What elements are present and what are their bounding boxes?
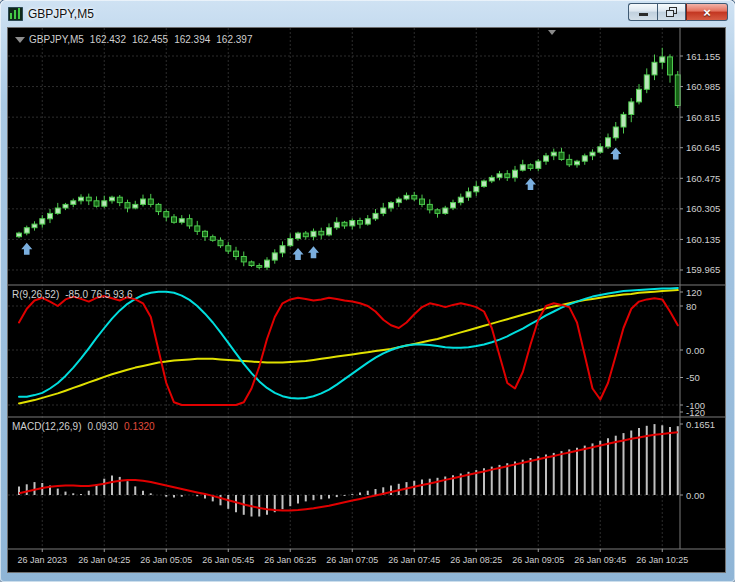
candle-body <box>141 199 146 204</box>
wpr-indicator-label: R(9,26,52) <box>12 289 59 300</box>
candle-body <box>156 204 161 211</box>
candle-body <box>412 195 417 199</box>
wpr-indicator-values: -85.0 76.5 93.6 <box>65 289 132 300</box>
candle-body <box>319 231 324 235</box>
candle-body <box>544 156 549 161</box>
candle-body <box>582 156 587 161</box>
candle-body <box>102 201 107 206</box>
price-axis-label: 160.135 <box>686 234 720 245</box>
chart-area[interactable]: 161.155160.985160.815160.645160.475160.3… <box>7 27 726 573</box>
window-title: GBPJPY,M5 <box>28 7 94 21</box>
candle-body <box>257 266 262 268</box>
candle-body <box>660 57 665 62</box>
wpr-axis-label: -120 <box>686 407 705 418</box>
candle-body <box>203 231 208 236</box>
price-axis-label: 160.985 <box>686 81 720 92</box>
macd-axis-label: 0.1651 <box>686 419 715 430</box>
minimize-icon <box>639 13 648 16</box>
candle-body <box>40 219 45 224</box>
price-axis-label: 160.815 <box>686 112 720 123</box>
candle-body <box>365 219 370 224</box>
candle-body <box>629 102 634 115</box>
candle-body <box>420 199 425 204</box>
candle-body <box>482 181 487 186</box>
ohlc-close: 162.397 <box>216 34 252 45</box>
chart-dropdown-icon[interactable] <box>15 37 25 43</box>
candle-body <box>265 260 270 267</box>
candle-body <box>179 219 184 223</box>
candle-body <box>117 197 122 202</box>
candle-body <box>94 201 99 206</box>
price-axis-label: 160.645 <box>686 142 720 153</box>
time-axis-label: 26 Jan 08:25 <box>450 555 502 565</box>
candle-body <box>520 165 525 170</box>
candle-body <box>226 246 231 251</box>
macd-value-main: 0.0930 <box>87 421 118 432</box>
candle-body <box>575 161 580 165</box>
close-icon: × <box>703 6 711 19</box>
candle-body <box>373 213 378 218</box>
chart-canvas: 161.155160.985160.815160.645160.475160.3… <box>8 28 725 572</box>
candle-body <box>381 208 386 213</box>
candle-body <box>24 228 29 233</box>
restore-button[interactable] <box>657 3 686 21</box>
ohlc-high: 162.455 <box>132 34 168 45</box>
candle-body <box>443 208 448 213</box>
candle-body <box>505 174 510 178</box>
window-controls: × <box>628 3 728 21</box>
candle-body <box>48 213 53 218</box>
candle-body <box>195 226 200 231</box>
titlebar[interactable]: GBPJPY,M5 × <box>0 0 735 27</box>
candle-body <box>272 253 277 260</box>
time-axis-label: 26 Jan 05:05 <box>140 555 192 565</box>
wpr-axis-label: -50 <box>686 372 700 383</box>
candle-body <box>644 75 649 89</box>
price-pane-header: GBPJPY,M5 162.432 162.455 162.394 162.39… <box>29 34 252 45</box>
candle-body <box>652 62 657 75</box>
time-axis-label: 26 Jan 04:25 <box>78 555 130 565</box>
terminal-window: GBPJPY,M5 × 161.155160.985160.815160.645… <box>0 0 735 582</box>
candle-body <box>606 138 611 147</box>
time-axis-label: 26 Jan 07:05 <box>326 555 378 565</box>
candle-body <box>327 228 332 235</box>
candle-body <box>218 240 223 245</box>
candle-body <box>79 197 84 201</box>
macd-pane-header: MACD(12,26,9) 0.0930 0.1320 <box>12 421 155 432</box>
price-axis-label: 160.305 <box>686 203 720 214</box>
candle-body <box>32 224 37 228</box>
candle-body <box>396 199 401 203</box>
time-axis-label: 26 Jan 07:45 <box>388 555 440 565</box>
time-axis-label: 26 Jan 05:45 <box>202 555 254 565</box>
wpr-axis-label: 80 <box>686 301 697 312</box>
ohlc-open: 162.432 <box>90 34 126 45</box>
macd-indicator-label: MACD(12,26,9) <box>12 421 81 432</box>
candle-body <box>551 152 556 156</box>
candle-body <box>621 114 626 127</box>
candle-body <box>303 233 308 237</box>
candle-body <box>125 203 130 208</box>
candle-body <box>668 57 673 75</box>
restore-icon <box>666 7 677 17</box>
candle-body <box>17 233 22 237</box>
candle-body <box>342 222 347 226</box>
candle-body <box>241 257 246 262</box>
candle-body <box>86 197 91 201</box>
close-button[interactable]: × <box>686 3 728 21</box>
candle-body <box>458 197 463 202</box>
candle-body <box>71 201 76 205</box>
ohlc-low: 162.394 <box>174 34 210 45</box>
candle-body <box>296 233 301 238</box>
price-axis-label: 160.475 <box>686 173 720 184</box>
candle-body <box>280 246 285 253</box>
candle-body <box>497 174 502 178</box>
candle-body <box>311 231 316 236</box>
candle-body <box>389 203 394 208</box>
candle-body <box>559 152 564 159</box>
candle-body <box>288 239 293 246</box>
candle-body <box>598 147 603 152</box>
candle-body <box>172 217 177 222</box>
minimize-button[interactable] <box>628 3 657 21</box>
candle-body <box>234 251 239 256</box>
candle-body <box>466 192 471 197</box>
candle-body <box>110 197 115 201</box>
